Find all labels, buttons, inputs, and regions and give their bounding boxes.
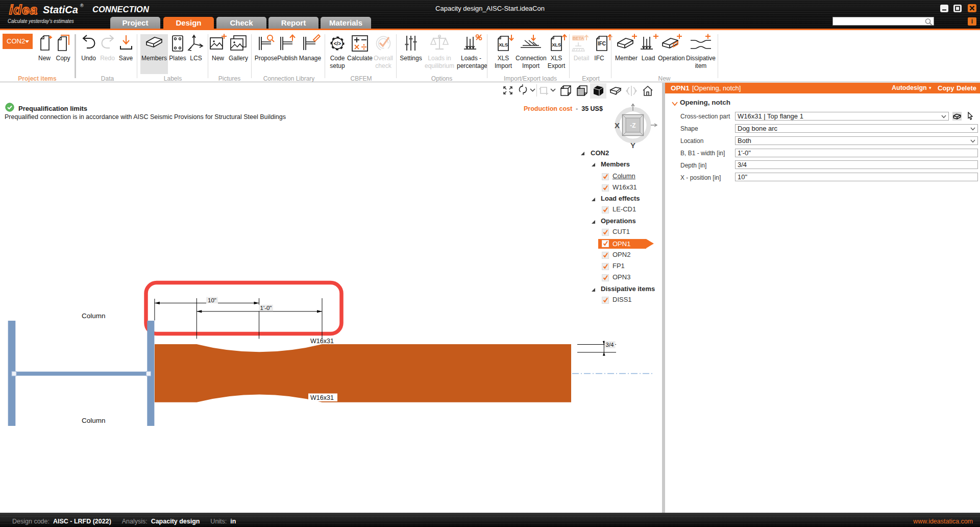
svg-text:Column: Column [82, 312, 106, 320]
svg-text:IFC: IFC [598, 41, 606, 46]
svg-text:1'-0": 1'-0" [260, 305, 272, 311]
svg-text:3/4: 3/4 [606, 342, 615, 348]
svg-text:W16x31: W16x31 [310, 338, 334, 345]
svg-text:XLS: XLS [499, 42, 508, 47]
svg-text:</>: </> [334, 41, 341, 46]
svg-text:X: X [615, 121, 620, 130]
svg-text:W16x31: W16x31 [310, 394, 334, 401]
svg-text:10": 10" [208, 297, 216, 303]
svg-text:Column: Column [82, 417, 106, 424]
svg-text:-Z: -Z [630, 122, 635, 129]
svg-text:BETA: BETA [573, 36, 584, 41]
svg-text:Y: Y [630, 141, 635, 150]
svg-text:XLS: XLS [552, 42, 561, 47]
